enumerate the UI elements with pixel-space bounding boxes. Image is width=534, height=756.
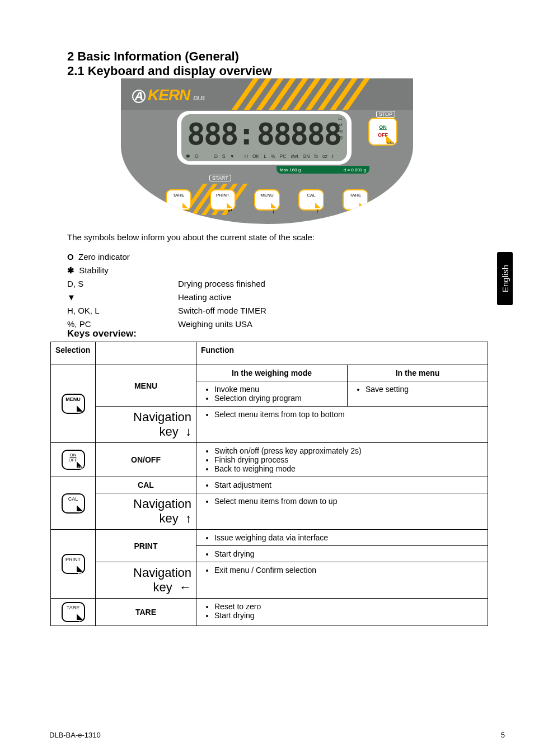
print-key-icon: PRINT↵ <box>51 530 96 599</box>
capacity-bar: Max 160 gd = 0.001 g <box>277 166 369 174</box>
menu-weighing-items: Invoke menu Selection drying program <box>196 381 348 407</box>
stop-label: STOP <box>376 111 395 118</box>
col-selection: Selection <box>51 342 96 365</box>
col-menu: In the menu <box>348 365 488 381</box>
print-button[interactable]: PRINT↵ <box>210 189 236 211</box>
intro-text: The symbols below inform you about the c… <box>67 232 315 242</box>
keys-overview-title: Keys overview: <box>67 328 137 339</box>
battery-icon: ▭ <box>336 115 343 122</box>
menu-menu-items: Save setting <box>348 381 488 407</box>
lcd-display: 888:88888 ▭ ct kg mg ✱ O D S ▼ H OK L % … <box>181 114 347 161</box>
start-label: START <box>209 175 231 181</box>
page-title: 2 Basic Information (General) <box>67 49 239 64</box>
tare-key-icon: TARE← <box>51 599 96 626</box>
brand-logo: AKERNDLB <box>132 86 204 104</box>
footer-right: 5 <box>501 731 505 739</box>
scale-panel-illustration: AKERNDLB 888:88888 ▭ ct kg mg ✱ O D S ▼ <box>121 78 413 224</box>
col-weighing: In the weighing mode <box>196 365 348 381</box>
menu-button[interactable]: MENU↓ <box>254 189 280 211</box>
menu-key-icon: MENU↓ <box>51 365 96 443</box>
cal-button[interactable]: CAL↑ <box>298 189 324 211</box>
footer-left: DLB-BA-e-1310 <box>49 731 101 739</box>
language-tab: English <box>497 252 513 305</box>
section-title: 2.1 Keyboard and display overview <box>67 64 272 78</box>
tare-button[interactable]: TARE← <box>166 189 191 211</box>
keys-table: Selection Function MENU↓ MENU In the wei… <box>50 342 488 626</box>
on-off-button[interactable]: ON OFF ESC <box>368 118 397 146</box>
onoff-items: Switch on/off (press key approximately 2… <box>196 443 488 477</box>
onoff-key-icon: ONOFFESC <box>51 443 96 477</box>
decorative-stripes <box>224 78 413 110</box>
cal-key-icon: CAL↑ <box>51 477 96 530</box>
symbol-legend: O Zero indicator ✱ Stability D, SDrying … <box>67 250 266 330</box>
tare-button-2[interactable]: TARE← <box>343 189 368 211</box>
col-function: Function <box>196 342 488 365</box>
tare-items: Reset to zero Start drying <box>196 599 488 626</box>
